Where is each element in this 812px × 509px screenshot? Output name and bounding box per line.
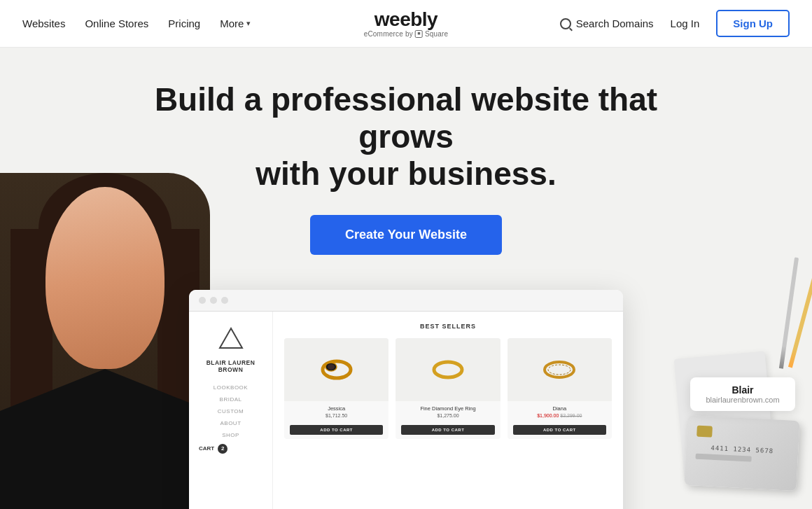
main-products: BEST SELLERS xyxy=(273,312,623,509)
product-name-2: Fine Diamond Eye Ring xyxy=(401,405,494,412)
nav-websites[interactable]: Websites xyxy=(22,18,65,29)
login-button[interactable]: Log In xyxy=(671,18,700,29)
shop-name: BLAIR LAUREN BROWN xyxy=(199,359,262,373)
svg-point-4 xyxy=(434,362,462,377)
navbar: Websites Online Stores Pricing More ▾ we… xyxy=(0,0,812,48)
chevron-down-icon: ▾ xyxy=(246,19,251,28)
browser-dot-2 xyxy=(210,297,217,304)
cart-badge: 2 xyxy=(218,444,227,454)
product-card-1: Jessica $1,712.50 ADD TO CART xyxy=(284,338,388,439)
product-info-2: Fine Diamond Eye Ring $1,275.00 ADD TO C… xyxy=(396,401,500,439)
product-img-3 xyxy=(507,338,612,401)
add-to-cart-btn-1[interactable]: ADD TO CART xyxy=(290,425,383,435)
browser-mockup: BLAIR LAUREN BROWN LOOKBOOK BRIDAL CUSTO… xyxy=(189,290,623,509)
svg-point-5 xyxy=(545,362,574,377)
nav-left: Websites Online Stores Pricing More ▾ xyxy=(22,18,251,29)
search-domains-button[interactable]: Search Domains xyxy=(560,18,654,29)
product-price-1: $1,712.50 xyxy=(290,413,383,418)
search-icon xyxy=(560,18,571,29)
product-name-3: Diana xyxy=(513,405,606,412)
product-info-3: Diana $1,900.00 $2,299.00 ADD TO CART xyxy=(507,401,612,439)
add-to-cart-btn-3[interactable]: ADD TO CART xyxy=(513,425,606,435)
blair-name: Blair xyxy=(700,384,785,396)
svg-marker-0 xyxy=(220,328,242,348)
products-grid: Jessica $1,712.50 ADD TO CART xyxy=(284,338,612,439)
card-chip-icon xyxy=(696,426,713,438)
nav-pricing[interactable]: Pricing xyxy=(168,18,200,29)
best-sellers-label: BEST SELLERS xyxy=(284,323,612,330)
shop-nav-shop: SHOP xyxy=(199,432,262,438)
nav-online-stores[interactable]: Online Stores xyxy=(85,18,148,29)
browser-dot-3 xyxy=(221,297,228,304)
product-img-1 xyxy=(284,338,388,401)
nav-logo[interactable]: weebly eCommerce by ■ Square xyxy=(364,9,449,39)
logo-text: weebly xyxy=(374,9,438,31)
browser-bar xyxy=(189,290,623,312)
illustration-right: 4411 1234 5678 xyxy=(658,243,812,509)
shop-logo-triangle-icon xyxy=(218,326,244,351)
nav-right: Search Domains Log In Sign Up xyxy=(560,10,790,37)
shop-sidebar: BLAIR LAUREN BROWN LOOKBOOK BRIDAL CUSTO… xyxy=(189,312,273,509)
square-icon: ■ xyxy=(415,30,423,38)
card-signature xyxy=(695,454,751,462)
product-card-3: Diana $1,900.00 $2,299.00 ADD TO CART xyxy=(507,338,612,439)
product-img-2 xyxy=(396,338,500,401)
ring-icon-1 xyxy=(316,349,358,391)
ring-icon-3 xyxy=(538,349,580,391)
blair-card: Blair blairlaurenbrown.com xyxy=(690,377,795,411)
hero-headline-line1: Build a professional website that grows xyxy=(155,81,657,155)
hero-section: Build a professional website that grows … xyxy=(0,48,812,509)
signup-button[interactable]: Sign Up xyxy=(716,10,790,37)
shop-cart: CART 2 xyxy=(199,444,262,454)
ring-icon-2 xyxy=(427,349,469,391)
hero-headline-line2: with your business. xyxy=(255,155,556,192)
svg-point-6 xyxy=(548,365,570,375)
logo-subtitle: eCommerce by ■ Square xyxy=(364,30,449,38)
credit-card-icon: 4411 1234 5678 xyxy=(684,415,799,491)
nav-more[interactable]: More ▾ xyxy=(220,18,251,29)
add-to-cart-btn-2[interactable]: ADD TO CART xyxy=(401,425,494,435)
product-name-1: Jessica xyxy=(290,405,383,412)
product-price-3: $1,900.00 $2,299.00 xyxy=(513,413,606,418)
shop-nav-bridal: BRIDAL xyxy=(199,396,262,403)
shop-nav-about: ABOUT xyxy=(199,420,262,426)
browser-content: BLAIR LAUREN BROWN LOOKBOOK BRIDAL CUSTO… xyxy=(189,312,623,509)
shop-nav-custom: CUSTOM xyxy=(199,408,262,414)
svg-point-3 xyxy=(328,364,335,370)
product-info-1: Jessica $1,712.50 ADD TO CART xyxy=(284,401,388,439)
shop-nav-lookbook: LOOKBOOK xyxy=(199,384,262,391)
square-label: Square xyxy=(425,30,448,38)
nav-more-label: More xyxy=(220,18,244,29)
product-price-2: $1,275.00 xyxy=(401,413,494,418)
hero-headline: Build a professional website that grows … xyxy=(154,81,658,193)
cart-label: CART xyxy=(199,445,214,452)
search-domains-label: Search Domains xyxy=(576,18,654,29)
logo-sub-text: eCommerce by xyxy=(364,30,413,38)
browser-dot-1 xyxy=(199,297,206,304)
create-website-button[interactable]: Create Your Website xyxy=(310,215,502,255)
blair-url: blairlaurenbrown.com xyxy=(700,396,785,404)
product-card-2: Fine Diamond Eye Ring $1,275.00 ADD TO C… xyxy=(396,338,500,439)
